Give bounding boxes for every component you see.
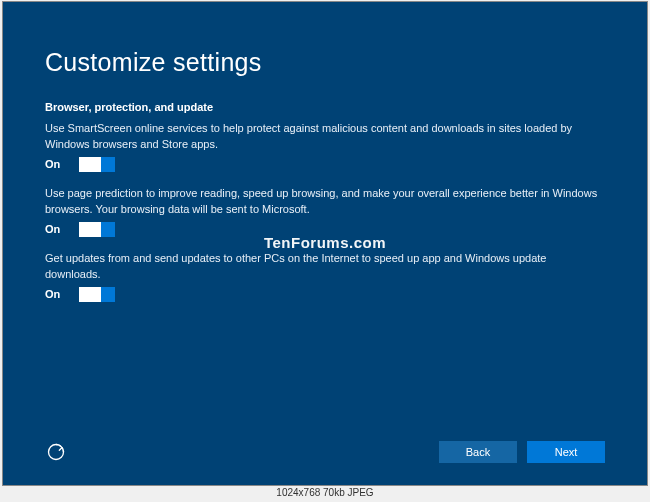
- toggle-state-label: On: [45, 223, 67, 235]
- next-button[interactable]: Next: [527, 441, 605, 463]
- svg-point-0: [49, 445, 64, 460]
- toggle-state-label: On: [45, 158, 67, 170]
- toggle-p2p-updates[interactable]: [79, 287, 115, 302]
- toggle-state-label: On: [45, 288, 67, 300]
- section-heading: Browser, protection, and update: [45, 101, 605, 113]
- setting-description: Use SmartScreen online services to help …: [45, 121, 605, 153]
- toggle-row: On: [45, 287, 605, 302]
- toggle-row: On: [45, 222, 605, 237]
- back-button[interactable]: Back: [439, 441, 517, 463]
- setting-smartscreen: Use SmartScreen online services to help …: [45, 121, 605, 172]
- footer-bar: Back Next: [45, 441, 605, 463]
- content-area: Customize settings Browser, protection, …: [3, 2, 647, 302]
- setup-screen: Customize settings Browser, protection, …: [2, 1, 648, 486]
- toggle-page-prediction[interactable]: [79, 222, 115, 237]
- toggle-knob: [101, 222, 115, 237]
- setting-page-prediction: Use page prediction to improve reading, …: [45, 186, 605, 237]
- ease-of-access-icon[interactable]: [45, 441, 67, 463]
- nav-buttons: Back Next: [439, 441, 605, 463]
- toggle-knob: [101, 157, 115, 172]
- setting-p2p-updates: Get updates from and send updates to oth…: [45, 251, 605, 302]
- image-meta: 1024x768 70kb JPEG: [276, 486, 373, 498]
- setting-description: Use page prediction to improve reading, …: [45, 186, 605, 218]
- setting-description: Get updates from and send updates to oth…: [45, 251, 605, 283]
- toggle-smartscreen[interactable]: [79, 157, 115, 172]
- toggle-row: On: [45, 157, 605, 172]
- toggle-knob: [101, 287, 115, 302]
- page-title: Customize settings: [45, 48, 605, 77]
